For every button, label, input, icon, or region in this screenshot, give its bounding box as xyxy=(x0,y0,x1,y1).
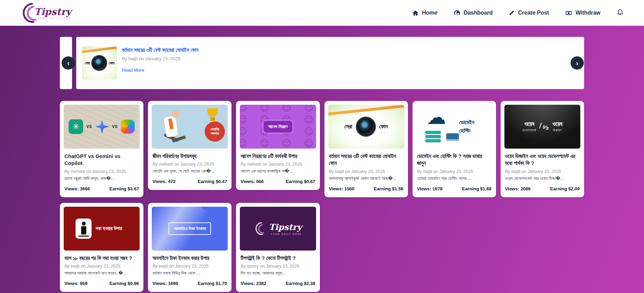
post-earning: Earning $1.56 xyxy=(374,186,403,191)
post-earning: Earning $3.67 xyxy=(110,186,139,191)
post-earning: Earning $0.67 xyxy=(286,179,315,184)
post-card-best-camera-phones[interactable]: সেরা ফোন বর্তমান সময়ের ৩টি বেস্ট ক্যামে… xyxy=(324,101,408,197)
thumb-text-left: সেরা xyxy=(344,124,352,130)
thumb-text: ওয়েব xyxy=(522,121,536,128)
post-title[interactable]: অনলাইনে টাকা ইনকাম করার উপায় xyxy=(152,255,227,262)
post-earning: Earning $2.38 xyxy=(286,281,315,286)
post-earning: Earning $0.47 xyxy=(198,179,227,184)
post-thumbnail: ✳ VS VS xyxy=(64,105,140,149)
nav-dashboard[interactable]: Dashboard xyxy=(454,9,493,16)
post-title[interactable]: ডোমেইন এবং হোস্টিং কি ? সহজ ভাষায় জানুন xyxy=(417,153,492,167)
post-views: Views: 2086 xyxy=(505,186,531,191)
post-byline: By baijit on January 23, 2025 xyxy=(152,264,227,269)
thumb-label: লম্বা হওয়ার উপায় xyxy=(96,225,128,232)
post-excerpt: হ্যালো বন্ধুরা! আমি মাসুদ, হাজ�... xyxy=(64,176,139,181)
featured-thumbnail[interactable]: সেরা ফোন xyxy=(82,46,117,80)
laptop-icon xyxy=(446,133,459,141)
nav-create-post-label: Create Post xyxy=(518,10,549,16)
post-thumbnail: Tipstry YOUR DAILY DOSE xyxy=(240,207,316,251)
chevron-right-icon: › xyxy=(576,60,579,66)
camera-lens-icon xyxy=(356,117,375,136)
home-icon xyxy=(412,10,419,16)
carousel-next-button[interactable]: › xyxy=(571,56,584,70)
post-earning: Earning $0.96 xyxy=(110,281,139,286)
featured-slide: সেরা ফোন বর্তমান সময়ের ৩টি বেস্ট ক্যামে… xyxy=(76,37,584,89)
post-views: Views: 959 xyxy=(64,281,87,286)
post-byline: By baijit on January 23, 2025 xyxy=(505,169,580,174)
thumb-label: অনলাইনে টাকা ইনকাম xyxy=(168,222,211,235)
money-icon xyxy=(565,9,572,17)
post-views: Views: 1678 xyxy=(417,186,442,191)
nav-home[interactable]: Home xyxy=(412,10,437,16)
thumb-text-line1: ডোমেইন xyxy=(459,118,474,127)
trophy-icon xyxy=(207,108,218,117)
thumb-text-left: সেরা xyxy=(85,61,90,65)
post-card-webdesign-vs-webdev[interactable]: ওয়েব ডেভেলপমেন্ট Vs ওয়েব ডিজাইন ওয়েব … xyxy=(501,101,584,197)
thumb-text-right: ফোন xyxy=(109,61,115,65)
posts-grid: ✳ VS VS ChatGPT vs Gemini vs Copilot By … xyxy=(60,101,584,292)
thumb-text-line2: হোস্টিং xyxy=(459,127,474,135)
gemini-logo-icon xyxy=(95,120,109,134)
cloud-icon: ☁ xyxy=(427,108,446,127)
post-earning: Earning $1.70 xyxy=(198,281,227,286)
post-excerpt: আমাদের সমাজে অনেকেই মনে করেন, �... xyxy=(64,270,139,276)
post-thumbnail: সেরা ফোন xyxy=(328,105,404,149)
bell-icon xyxy=(616,9,624,17)
nav-withdraw[interactable]: Withdraw xyxy=(565,9,600,17)
post-excerpt: বর্তমান সময়ে বিভিন্ন দিক থেকে ... xyxy=(152,270,227,276)
post-views: Views: 1698 xyxy=(152,281,178,286)
post-byline: By mehedi on January 23, 2025 xyxy=(152,162,227,167)
post-excerpt: আসসালামু আলাইকুম! কেমন আছো? আজ�... xyxy=(329,176,403,181)
post-views: Views: 2382 xyxy=(241,281,266,286)
post-card-life-change[interactable]: মেহেদির সফলতা জীবন পরিবর্তনের উপায়সমূহ … xyxy=(148,101,231,190)
main-content: ‹ সেরা ফোন বর্তমান সময়ের ৩টি বেস্ট ক্যা… xyxy=(60,37,584,292)
post-card-chatgpt-vs-gemini[interactable]: ✳ VS VS ChatGPT vs Gemini vs Copilot By … xyxy=(60,101,143,197)
success-badge: মেহেদির সফলতা xyxy=(205,121,225,142)
post-card-domain-hosting[interactable]: ☁ ডোমেইন হোস্টিং ডোমেইন এবং হোস্টিং কি ?… xyxy=(413,101,496,197)
post-card-height-growth[interactable]: লম্বা হওয়ার উপায় বয়স ১৮ বছরের পর কি ল… xyxy=(60,203,143,292)
post-title[interactable]: টিপসট্রাই কি ? কেনো টিপসট্রাই ? xyxy=(241,255,315,262)
featured-post-title[interactable]: বর্তমান সময়ের ৩টি বেস্ট ক্যামেরা মোবাইল… xyxy=(122,47,198,53)
thumb-brand-tagline: YOUR DAILY DOSE xyxy=(269,233,302,235)
site-logo[interactable]: Tipstry YOUR DAILY DOSE xyxy=(22,2,74,23)
server-stack-icon xyxy=(425,130,441,142)
post-byline: By baijit on January 23, 2025 xyxy=(64,264,139,269)
read-more-link[interactable]: Read More xyxy=(122,68,144,73)
post-views: Views: 1560 xyxy=(329,186,354,191)
main-nav: Home Dashboard Create Post Withdraw xyxy=(412,9,624,17)
post-earning: Earning $1.68 xyxy=(462,186,492,191)
post-excerpt: দিন যত যাচ্ছে, আমাদের প্রযুক্... xyxy=(241,270,315,276)
post-byline: By baijit on January 23, 2025 xyxy=(329,169,403,174)
post-title[interactable]: ChatGPT vs Gemini vs Copilot xyxy=(64,153,139,167)
post-excerpt: ওয়েব ডেভেলপমেন্ট আর ওয়েব ডিজা�... xyxy=(505,176,580,181)
svg-text:Tipstry: Tipstry xyxy=(34,6,73,17)
post-thumbnail: অনলাইনে টাকা ইনকাম xyxy=(152,207,228,251)
notifications-button[interactable] xyxy=(616,9,624,17)
svg-text:YOUR DAILY DOSE: YOUR DAILY DOSE xyxy=(38,17,71,19)
post-title[interactable]: ওয়েব ডিজাইন এবং ওয়েব ডেভেলপমেন্ট এর মধ… xyxy=(505,153,580,167)
post-excerpt: তোমরা ডোমেইন আর হোস্টিং নামের ... xyxy=(417,176,492,181)
post-card-what-is-tipstry[interactable]: Tipstry YOUR DAILY DOSE টিপসট্রাই কি ? ক… xyxy=(236,203,320,292)
post-excerpt: আবেগ এক ধরনের মনস্তাত্ত্বিক অ�... xyxy=(241,168,315,174)
post-byline: By mehedi on January 23, 2025 xyxy=(64,169,139,174)
post-thumbnail: মেহেদির সফলতা xyxy=(152,105,228,149)
post-thumbnail: ☺ ☺ ☺ ☺ ☺ ☺ ☺ ☺ ☺ ☺ ☺ ☺ ☺ ☺ ☺ ☺ ☺ ☺ ☺ ☺ … xyxy=(240,105,316,149)
thumb-brand-text: Tipstry xyxy=(269,222,302,232)
nav-create-post[interactable]: Create Post xyxy=(509,10,549,16)
post-views: Views: 3666 xyxy=(64,186,90,191)
post-title[interactable]: বর্তমান সময়ের ৩টি বেস্ট ক্যামেরা মোবাইল… xyxy=(329,153,403,167)
post-title[interactable]: আবেগ নিয়ন্ত্রণের ৫টি কার্যকরী উপায় xyxy=(241,153,315,160)
post-title[interactable]: বয়স ১৮ বছরের পর কি লম্বা হওয়া সম্ভব ? xyxy=(64,255,139,262)
post-card-online-income[interactable]: অনলাইনে টাকা ইনকাম অনলাইনে টাকা ইনকাম কর… xyxy=(148,203,231,292)
featured-carousel: ‹ সেরা ফোন বর্তমান সময়ের ৩টি বেস্ট ক্যা… xyxy=(60,37,584,89)
vs-text: VS xyxy=(112,124,118,129)
dashboard-icon xyxy=(454,9,461,16)
post-views: Views: 666 xyxy=(241,179,264,184)
post-thumbnail: ☁ ডোমেইন হোস্টিং xyxy=(416,105,492,149)
carousel-prev-button[interactable]: ‹ xyxy=(62,56,75,70)
post-thumbnail: লম্বা হওয়ার উপায় xyxy=(64,207,140,251)
post-excerpt: মেহেদি এক যুবক, যে ছোট শহরের এক�... xyxy=(152,168,227,174)
post-card-emotion-control[interactable]: ☺ ☺ ☺ ☺ ☺ ☺ ☺ ☺ ☺ ☺ ☺ ☺ ☺ ☺ ☺ ☺ ☺ ☺ ☺ ☺ … xyxy=(236,101,320,190)
pencil-icon xyxy=(509,10,515,16)
post-title[interactable]: জীবন পরিবর্তনের উপায়সমূহ xyxy=(152,153,227,160)
